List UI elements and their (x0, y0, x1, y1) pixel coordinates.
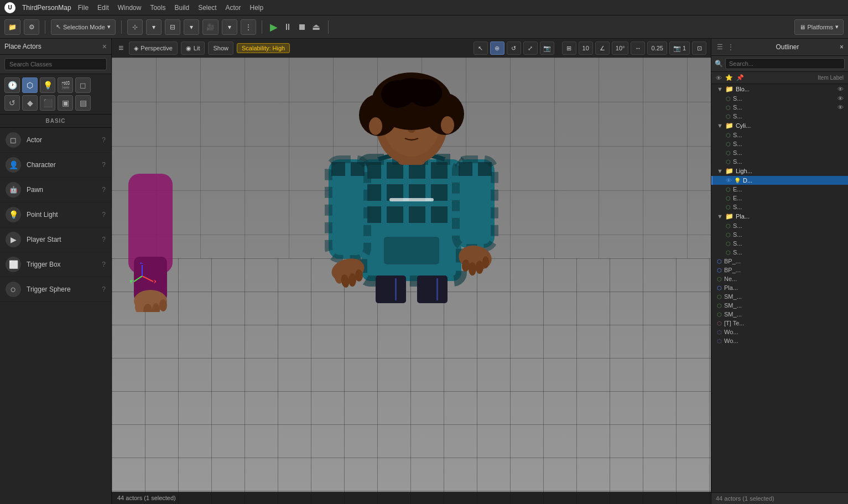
tree-item-wo1[interactable]: ⬡ Wo... (711, 328, 848, 336)
tree-item-light-s[interactable]: ⬡ S... (711, 202, 848, 211)
tab-volumes[interactable]: ⬛ (40, 95, 55, 111)
tree-item-blo-s2[interactable]: ⬡ S... 👁 (711, 103, 848, 112)
perspective-btn[interactable]: ◈ Perspective (129, 41, 177, 55)
tab-anim[interactable]: ↺ (4, 95, 20, 111)
actor-item-point-light[interactable]: 💡 Point Light ? (0, 202, 111, 227)
camera-speed-btn[interactable]: 📷 1 (669, 41, 690, 55)
tab-all1[interactable]: ▣ (58, 95, 73, 111)
tree-item-tex[interactable]: ⬡ [T] Te... (711, 319, 848, 328)
transform-dropdown[interactable]: ▾ (146, 19, 162, 35)
tree-folder-pla[interactable]: ▼ 📁 Pla... (711, 211, 848, 221)
menu-edit[interactable]: Edit (97, 4, 109, 12)
tree-item-light-e2[interactable]: ⬡ E... (711, 194, 848, 202)
outliner-filter-btn[interactable]: ☰ (716, 42, 724, 52)
stop-button[interactable]: ⏹ (295, 22, 309, 32)
place-actors-close[interactable]: × (102, 42, 107, 51)
menu-help[interactable]: Help (250, 4, 264, 12)
add-tool-btn[interactable]: ⊕ (490, 41, 504, 55)
grid-tool-btn[interactable]: ⊞ (562, 41, 576, 55)
tab-shapes[interactable]: ◆ (22, 95, 38, 111)
outliner-search-input[interactable] (725, 58, 845, 69)
tree-item-sm2[interactable]: ⬡ SM_... (711, 301, 848, 310)
vis-eye2[interactable]: 👁 (837, 95, 844, 102)
scale-tool-btn2[interactable]: ↔ (631, 41, 645, 55)
tree-item-bp1[interactable]: ⬡ BP_... (711, 257, 848, 266)
tree-item-plat[interactable]: ⬡ Pla... (711, 283, 848, 292)
tree-item-pla-s4[interactable]: ⬡ S... (711, 248, 848, 257)
menu-file[interactable]: File (78, 4, 89, 12)
snap-btn[interactable]: ⊟ (165, 19, 180, 35)
tree-item-cyli-s3[interactable]: ⬡ S... (711, 148, 848, 157)
tree-item-light-d[interactable]: 👁 💡 D... (711, 176, 848, 185)
menu-actor[interactable]: Actor (226, 4, 241, 12)
outliner-settings-btn[interactable]: ⋮ (726, 42, 735, 52)
tree-item-light-e1[interactable]: ⬡ E... (711, 185, 848, 194)
maximize-btn[interactable]: ⊡ (692, 41, 706, 55)
actor-item-actor[interactable]: ◻ Actor ? (0, 128, 111, 153)
tree-item-bp2[interactable]: ⬡ BP_... (711, 266, 848, 274)
snap-dropdown[interactable]: ▾ (184, 19, 199, 35)
actor-help-player-start[interactable]: ? (102, 236, 106, 243)
grid-size-btn[interactable]: 10 (579, 41, 593, 55)
actor-help-trigger-sphere[interactable]: ? (102, 285, 106, 293)
rotate-tool-btn[interactable]: ↺ (507, 41, 521, 55)
viewport-menu-btn[interactable]: ≡ (116, 43, 126, 53)
tab-cinema[interactable]: 🎬 (58, 77, 73, 93)
actor-item-trigger-sphere[interactable]: ○ Trigger Sphere ? (0, 277, 111, 302)
tab-all2[interactable]: ▤ (75, 95, 91, 111)
tree-item-cyli-s4[interactable]: ⬡ S... (711, 157, 848, 166)
viewport[interactable]: ≡ ◈ Perspective ◉ Lit Show Scalability: … (112, 39, 711, 504)
actor-item-pawn[interactable]: 🤖 Pawn ? (0, 178, 111, 202)
tree-item-pla-s3[interactable]: ⬡ S... (711, 239, 848, 248)
tree-folder-cyli[interactable]: ▼ 📁 Cyli... (711, 121, 848, 131)
pause-button[interactable]: ⏸ (281, 22, 294, 32)
camera-tool-btn[interactable]: 📷 (540, 41, 554, 55)
menu-tools[interactable]: Tools (150, 4, 165, 12)
actor-help-character[interactable]: ? (102, 161, 106, 169)
camera-dropdown[interactable]: ▾ (222, 19, 237, 35)
eject-button[interactable]: ⏏ (310, 22, 322, 32)
outliner-close[interactable]: × (840, 43, 844, 51)
vis-eye3[interactable]: 👁 (837, 104, 844, 111)
menu-build[interactable]: Build (174, 4, 189, 12)
tree-folder-blo[interactable]: ▼ 📁 Blo... 👁 (711, 84, 848, 94)
select-tool-btn[interactable]: ↖ (474, 41, 488, 55)
camera-btn[interactable]: 🎥 (202, 19, 218, 35)
tree-item-pla-s1[interactable]: ⬡ S... (711, 221, 848, 230)
tree-item-blo-s1[interactable]: ⬡ S... 👁 (711, 94, 848, 103)
tab-basic[interactable]: ⬡ (22, 77, 38, 93)
scale-tool-btn[interactable]: ⤢ (523, 41, 538, 55)
actor-help-pawn[interactable]: ? (102, 186, 106, 194)
actor-item-trigger-box[interactable]: ⬜ Trigger Box ? (0, 252, 111, 277)
lit-btn[interactable]: ◉ Lit (181, 41, 205, 55)
angle-tool-btn[interactable]: ∠ (595, 41, 610, 55)
tree-item-blo-s3[interactable]: ⬡ S... (711, 112, 848, 121)
tree-item-sm3[interactable]: ⬡ SM_... (711, 310, 848, 319)
settings-btn[interactable]: ⚙ (24, 19, 39, 35)
tree-item-sm1[interactable]: ⬡ SM_... (711, 292, 848, 301)
tab-geometry[interactable]: ◻ (75, 77, 91, 93)
tab-recent[interactable]: 🕐 (4, 77, 20, 93)
tree-item-pla-s2[interactable]: ⬡ S... (711, 230, 848, 239)
actor-help-trigger-box[interactable]: ? (102, 261, 106, 268)
show-btn[interactable]: Show (208, 41, 233, 55)
search-classes-input[interactable] (4, 58, 107, 70)
tree-item-cyli-s1[interactable]: ⬡ S... (711, 131, 848, 139)
transform-btn[interactable]: ⊹ (127, 19, 143, 35)
menu-select[interactable]: Select (198, 4, 216, 12)
angle-size-btn[interactable]: 10° (612, 41, 629, 55)
actor-item-character[interactable]: 👤 Character ? (0, 153, 111, 178)
item-vis-icon-d[interactable]: 👁 (726, 177, 732, 184)
platforms-btn[interactable]: 🖥 Platforms ▾ (794, 19, 844, 35)
play-button[interactable]: ▶ (268, 21, 280, 33)
vis-eye[interactable]: 👁 (837, 86, 844, 92)
actor-item-player-start[interactable]: ▶ Player Start ? (0, 227, 111, 252)
tab-lights[interactable]: 💡 (40, 77, 55, 93)
actor-help-point-light[interactable]: ? (102, 211, 106, 219)
menu-window[interactable]: Window (118, 4, 142, 12)
tree-item-wo2[interactable]: ⬡ Wo... (711, 336, 848, 345)
selection-mode-btn[interactable]: ↖ Selection Mode ▾ (51, 19, 116, 35)
content-browser-btn[interactable]: 📁 (4, 19, 20, 35)
tree-folder-light[interactable]: ▼ 📁 Ligh... (711, 166, 848, 176)
tree-item-ne[interactable]: ⬡ Ne... (711, 274, 848, 283)
